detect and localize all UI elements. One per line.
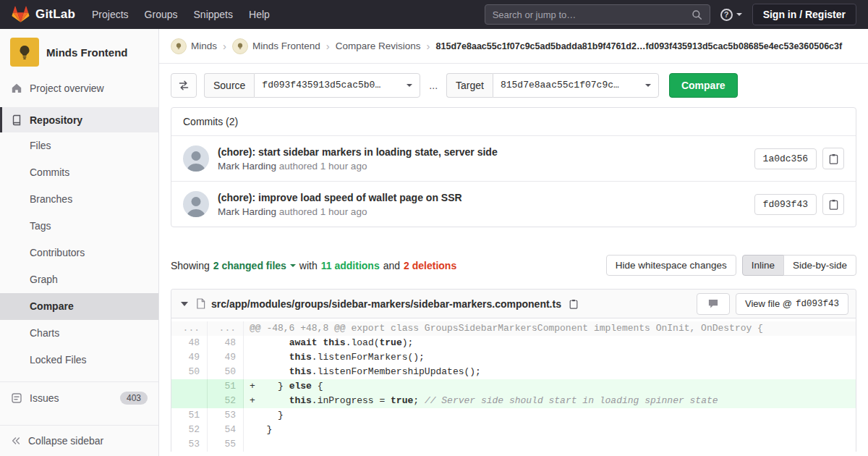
code-segment: this xyxy=(289,352,312,363)
code-segment: } xyxy=(255,410,284,421)
nav-link-projects[interactable]: Projects xyxy=(84,0,137,29)
new-line-number[interactable]: 49 xyxy=(208,350,244,365)
breadcrumb-minds-frontend[interactable]: Minds Frontend xyxy=(252,41,320,51)
code-segment: // Server side should start in loading s… xyxy=(425,395,718,406)
new-line-number[interactable]: 52 xyxy=(208,394,244,408)
target-revision-dropdown[interactable]: 815d7e8aac55c1f07c9c… xyxy=(493,73,659,98)
old-line-number[interactable] xyxy=(171,394,208,408)
diff-line-marker xyxy=(250,337,255,348)
author-avatar[interactable] xyxy=(183,191,209,217)
old-line-number[interactable]: 53 xyxy=(171,437,208,452)
changed-files-dropdown[interactable]: 2 changed files xyxy=(213,260,296,271)
collapse-diff-caret-icon[interactable] xyxy=(181,302,188,306)
diff-line-context: 4949 this.listenForMarkers(); xyxy=(171,350,856,365)
copy-file-path-button[interactable] xyxy=(567,297,580,311)
view-file-button[interactable]: View file @ fd093f43 xyxy=(736,293,848,315)
commit-sha[interactable]: fd093f43 xyxy=(754,194,817,215)
new-line-number[interactable]: ... xyxy=(208,321,244,336)
diff-line-context: 5050 this.listenForMembershipUpdates(); xyxy=(171,365,856,379)
author-avatar[interactable] xyxy=(183,145,209,172)
compare-form: Source fd093f435913d5cac5b0… ... Target … xyxy=(171,72,856,98)
diff-code-line: + } else { xyxy=(244,379,856,394)
nav-link-groups[interactable]: Groups xyxy=(137,0,186,29)
code-segment xyxy=(255,337,289,348)
main-content: Minds › Minds Frontend › Compare Revisio… xyxy=(159,29,868,456)
collapse-sidebar-button[interactable]: Collapse sidebar xyxy=(0,425,158,456)
nav-link-snippets[interactable]: Snippets xyxy=(186,0,241,29)
old-line-number[interactable]: 51 xyxy=(171,408,208,423)
gitlab-logo[interactable]: GitLab xyxy=(12,6,75,23)
copy-sha-button[interactable] xyxy=(822,193,844,215)
new-line-number[interactable]: 48 xyxy=(208,336,244,350)
old-line-number[interactable]: ... xyxy=(171,321,208,336)
diff-file-header: src/app/modules/groups/sidebar-markers/s… xyxy=(171,290,856,318)
old-line-number[interactable]: 50 xyxy=(171,365,208,379)
commit-title-link[interactable]: (chore): start sidebar markers in loadin… xyxy=(218,146,746,158)
sidebar-item-tags[interactable]: Tags xyxy=(0,213,158,240)
and-label: and xyxy=(383,260,400,271)
breadcrumb-separator: › xyxy=(221,40,228,52)
old-line-number[interactable]: 52 xyxy=(171,423,208,437)
help-menu[interactable]: ? xyxy=(720,9,742,21)
old-line-number[interactable]: 48 xyxy=(171,336,208,350)
swap-revisions-button[interactable] xyxy=(171,73,197,98)
commit-author-link[interactable]: Mark Harding xyxy=(218,161,276,172)
compare-button[interactable]: Compare xyxy=(669,73,738,98)
chevron-down-icon xyxy=(290,264,296,267)
code-segment xyxy=(255,352,289,363)
sidebar-item-files[interactable]: Files xyxy=(0,132,158,159)
new-line-number[interactable]: 51 xyxy=(208,379,244,394)
breadcrumb-minds[interactable]: Minds xyxy=(191,41,217,51)
sidebar-item-compare[interactable]: Compare xyxy=(0,293,158,320)
issues-count-badge: 403 xyxy=(120,392,148,405)
sidebar-item-commits[interactable]: Commits xyxy=(0,159,158,186)
side-by-side-view-button[interactable]: Side-by-side xyxy=(783,255,856,276)
target-revision-value: 815d7e8aac55c1f07c9c… xyxy=(501,80,639,90)
sidebar-item-branches[interactable]: Branches xyxy=(0,186,158,213)
new-line-number[interactable]: 50 xyxy=(208,365,244,379)
commit-title-link[interactable]: (chore): improve load speed of wallet pa… xyxy=(218,192,746,203)
commit-timestamp: authored 1 hour ago xyxy=(279,206,367,217)
sidebar-item-project-overview[interactable]: Project overview xyxy=(0,75,158,101)
nav-link-help[interactable]: Help xyxy=(241,0,278,29)
diff-line-context: 5254 } xyxy=(171,423,856,437)
project-context[interactable]: Minds Frontend xyxy=(0,29,158,75)
sidebar-item-charts[interactable]: Charts xyxy=(0,320,158,347)
breadcrumb-compare-revisions[interactable]: Compare Revisions xyxy=(336,41,421,51)
commit-actions: fd093f43 xyxy=(754,193,844,215)
commit-author-link[interactable]: Mark Harding xyxy=(218,206,276,217)
commit-sha[interactable]: 1a0dc356 xyxy=(754,148,817,169)
new-line-number[interactable]: 53 xyxy=(208,408,244,423)
diff-code-line: await this.load(true); xyxy=(244,336,856,350)
copy-sha-button[interactable] xyxy=(822,148,844,169)
clipboard-icon xyxy=(828,199,839,210)
diff-line-marker xyxy=(250,410,255,421)
search-input[interactable]: Search or jump to… xyxy=(485,4,710,25)
new-line-number[interactable]: 55 xyxy=(208,437,244,452)
old-line-number[interactable]: 49 xyxy=(171,350,208,365)
source-revision-dropdown[interactable]: fd093f435913d5cac5b0… xyxy=(254,73,420,98)
new-line-number[interactable]: 54 xyxy=(208,423,244,437)
diff-line-hunk: ......@@ -48,6 +48,8 @@ export class Gro… xyxy=(171,321,856,336)
old-line-number[interactable] xyxy=(171,379,208,394)
commit-meta: Mark Harding authored 1 hour ago xyxy=(218,206,746,217)
additions-count: 11 additions xyxy=(321,260,380,271)
sidebar-item-locked-files[interactable]: Locked Files xyxy=(0,347,158,373)
sign-in-button[interactable]: Sign in / Register xyxy=(752,4,856,25)
sidebar-item-contributors[interactable]: Contributors xyxy=(0,240,158,266)
sidebar-item-graph[interactable]: Graph xyxy=(0,266,158,293)
source-label: Source xyxy=(204,73,254,98)
source-revision-value: fd093f435913d5cac5b0… xyxy=(262,80,401,90)
diff-line-marker xyxy=(250,424,255,435)
toggle-comments-button[interactable] xyxy=(697,293,730,315)
sidebar-item-issues[interactable]: Issues 403 xyxy=(0,381,158,413)
sidebar-section-repository: Repository Files Commits Branches Tags C… xyxy=(0,107,158,373)
diff-file-path: src/app/modules/groups/sidebar-markers/s… xyxy=(211,298,561,310)
sidebar-item-repository[interactable]: Repository xyxy=(0,107,158,132)
breadcrumb-separator: › xyxy=(425,40,432,52)
hide-whitespace-button[interactable]: Hide whitespace changes xyxy=(606,255,736,276)
breadcrumb-current-range: 815d7e8aac55c1f07c9c5ad5badda81b9f4761d2… xyxy=(436,41,843,51)
commit-row: (chore): improve load speed of wallet pa… xyxy=(171,181,856,227)
inline-view-button[interactable]: Inline xyxy=(742,255,784,276)
diff-code-line xyxy=(244,437,856,452)
